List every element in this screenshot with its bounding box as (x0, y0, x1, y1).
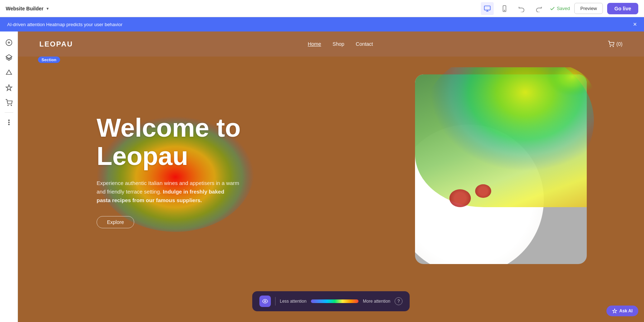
mobile-view-button[interactable] (498, 2, 511, 15)
legend-more-label: More attention (363, 299, 390, 304)
section-tag[interactable]: Section (38, 57, 60, 63)
preview-button[interactable]: Preview (574, 3, 603, 14)
redo-button[interactable] (532, 2, 545, 15)
nav-home[interactable]: Home (308, 41, 321, 47)
sidebar-layers-button[interactable] (2, 51, 16, 64)
legend-eye-button[interactable] (259, 296, 271, 307)
food-tomatoes-2 (475, 184, 491, 198)
topbar-right: Saved Preview Go live (481, 2, 638, 15)
ai-badge-label: Ask AI (619, 308, 633, 313)
svg-point-13 (613, 46, 614, 47)
svg-point-12 (610, 46, 611, 47)
svg-point-9 (8, 120, 9, 121)
sidebar-cart-button[interactable] (2, 96, 16, 109)
hero-title: Welcome to Leopau (97, 114, 268, 170)
svg-point-2 (504, 10, 505, 11)
nav-shop[interactable]: Shop (333, 41, 345, 47)
website-canvas: LEOPAU Home Shop Contact (0) Section (18, 31, 644, 322)
site-cart[interactable]: (0) (608, 41, 623, 47)
sidebar-sparkles-button[interactable] (2, 81, 16, 94)
food-greens (415, 74, 587, 207)
nav-contact[interactable]: Contact (356, 41, 373, 47)
food-image-bg (415, 74, 587, 264)
topbar-left: Website Builder ▾ (6, 6, 49, 11)
sidebar-shapes-button[interactable] (2, 66, 16, 79)
banner-text: AI-driven attention Heatmap predicts you… (7, 22, 122, 27)
left-sidebar (0, 31, 18, 322)
svg-point-17 (264, 301, 266, 302)
site-navigation: LEOPAU Home Shop Contact (0) (18, 31, 644, 57)
golive-button[interactable]: Go live (607, 3, 638, 14)
saved-indicator: Saved (550, 6, 570, 11)
svg-rect-0 (484, 6, 491, 10)
legend-gradient (311, 299, 359, 303)
food-image (415, 74, 587, 264)
svg-point-8 (11, 105, 11, 106)
cart-count: (0) (616, 41, 623, 47)
desktop-view-button[interactable] (481, 2, 494, 15)
legend-info-button[interactable]: ? (395, 297, 402, 305)
hero-text: Welcome to Leopau Experience authentic I… (97, 114, 268, 228)
hero-subtitle: Experience authentic Italian wines and a… (97, 179, 240, 205)
ai-banner: AI-driven attention Heatmap predicts you… (0, 17, 644, 31)
legend-less-label: Less attention (280, 299, 307, 304)
legend-separator (275, 297, 275, 306)
legend-bar: Less attention More attention ? (252, 291, 410, 311)
svg-point-7 (8, 105, 8, 106)
sidebar-more-button[interactable] (2, 116, 16, 129)
undo-button[interactable] (515, 2, 528, 15)
app-title: Website Builder (6, 6, 44, 11)
sidebar-divider (5, 112, 13, 113)
svg-point-11 (8, 124, 9, 125)
ai-badge[interactable]: Ask AI (606, 306, 638, 316)
close-banner-button[interactable]: × (633, 21, 637, 28)
site-logo: LEOPAU (39, 40, 73, 48)
explore-button[interactable]: Explore (97, 216, 134, 228)
sidebar-add-button[interactable] (2, 36, 16, 49)
svg-point-10 (8, 122, 9, 123)
site-nav-links: Home Shop Contact (308, 41, 373, 47)
dropdown-chevron[interactable]: ▾ (47, 6, 49, 11)
hero-section: Welcome to Leopau Experience authentic I… (18, 57, 644, 322)
canvas-area: LEOPAU Home Shop Contact (0) Section (18, 31, 644, 322)
food-tomatoes-1 (449, 189, 471, 207)
